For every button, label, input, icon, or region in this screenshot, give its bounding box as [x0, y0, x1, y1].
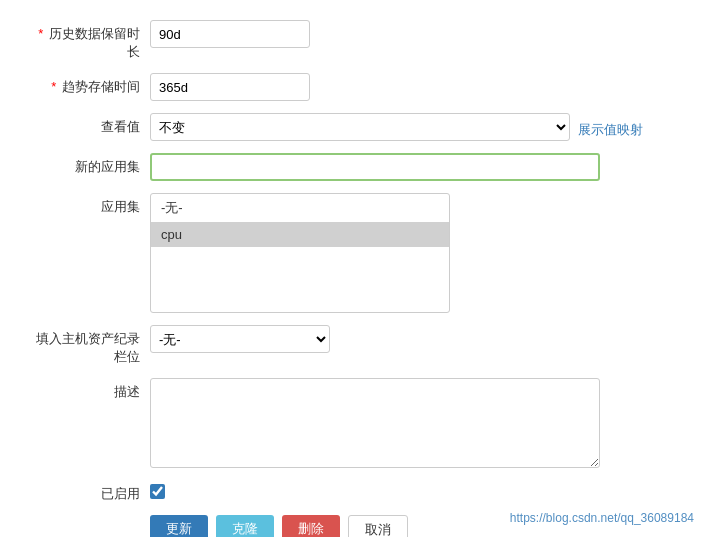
trend-input[interactable]	[150, 73, 310, 101]
new-appset-row: 新的应用集	[30, 153, 680, 181]
watermark: https://blog.csdn.net/qq_36089184	[510, 511, 694, 525]
trend-row: * 趋势存储时间	[30, 73, 680, 101]
enabled-label: 已启用	[30, 480, 150, 503]
desc-row: 描述	[30, 378, 680, 468]
new-appset-label: 新的应用集	[30, 153, 150, 176]
host-select[interactable]: -无-	[150, 325, 330, 353]
enabled-checkbox[interactable]	[150, 484, 165, 499]
appset-row: 应用集 -无- cpu	[30, 193, 680, 313]
update-button[interactable]: 更新	[150, 515, 208, 537]
history-input[interactable]	[150, 20, 310, 48]
host-row: 填入主机资产纪录栏位 -无-	[30, 325, 680, 366]
chakan-row: 查看值 不变 自定义 展示值映射	[30, 113, 680, 141]
chakan-select[interactable]: 不变 自定义	[150, 113, 570, 141]
display-mapping-link[interactable]: 展示值映射	[578, 116, 643, 139]
delete-button[interactable]: 删除	[282, 515, 340, 537]
history-row: * 历史数据保留时长	[30, 20, 680, 61]
appset-item-cpu[interactable]: cpu	[151, 222, 449, 247]
host-label: 填入主机资产纪录栏位	[30, 325, 150, 366]
enabled-row: 已启用	[30, 480, 680, 503]
appset-label: 应用集	[30, 193, 150, 216]
chakan-label: 查看值	[30, 113, 150, 136]
desc-textarea[interactable]	[150, 378, 600, 468]
chakan-content: 不变 自定义 展示值映射	[150, 113, 643, 141]
desc-label: 描述	[30, 378, 150, 401]
trend-label: * 趋势存储时间	[30, 73, 150, 96]
new-appset-input[interactable]	[150, 153, 600, 181]
appset-dropdown[interactable]: -无- cpu	[150, 193, 450, 313]
appset-item-none[interactable]: -无-	[151, 194, 449, 222]
cancel-button[interactable]: 取消	[348, 515, 408, 537]
history-label: * 历史数据保留时长	[30, 20, 150, 61]
clone-button[interactable]: 克隆	[216, 515, 274, 537]
